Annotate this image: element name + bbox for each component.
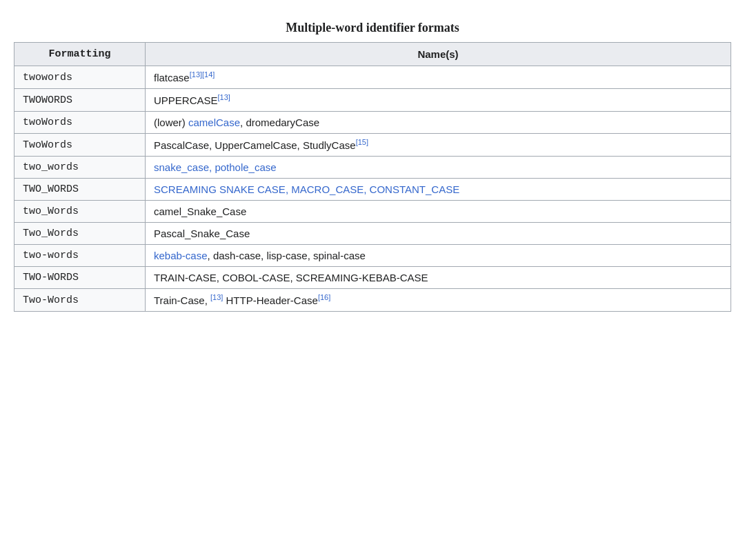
table-row-formatting: TWO_WORDS [14, 179, 146, 201]
citation-link[interactable]: [15] [356, 138, 368, 146]
citation-link[interactable]: [13] [190, 70, 202, 79]
table-row-names: flatcase[13][14] [146, 66, 731, 89]
table-row-names: Pascal_Snake_Case [146, 223, 731, 245]
table-row-names: kebab-case, dash-case, lisp-case, spinal… [146, 245, 731, 267]
citation-link[interactable]: [13] [210, 293, 223, 301]
table-row-formatting: Two-Words [14, 289, 146, 312]
table-row-names: PascalCase, UpperCamelCase, StudlyCase[1… [146, 134, 731, 157]
citation-link[interactable]: [13] [218, 93, 230, 101]
table-row-formatting: twowords [14, 66, 146, 89]
table-row-formatting: TWOWORDS [14, 89, 146, 112]
names-link[interactable]: kebab-case [154, 250, 208, 261]
table-row-names: TRAIN-CASE, COBOL-CASE, SCREAMING-KEBAB-… [146, 267, 731, 289]
table-row-formatting: two-words [14, 245, 146, 267]
names-link[interactable]: SCREAMING SNAKE CASE, MACRO_CASE, CONSTA… [154, 183, 459, 195]
names-link[interactable]: snake_case, pothole_case [154, 161, 277, 173]
table-row-names: SCREAMING SNAKE CASE, MACRO_CASE, CONSTA… [146, 179, 731, 201]
table-row-names: (lower) camelCase, dromedaryCase [146, 112, 731, 134]
col-header-names: Name(s) [146, 43, 731, 66]
table-row-names: UPPERCASE[13] [146, 89, 731, 112]
identifier-formats-table: Formatting Name(s) twowordsflatcase[13][… [14, 42, 731, 312]
table-row-formatting: TWO-WORDS [14, 267, 146, 289]
table-row-formatting: Two_Words [14, 223, 146, 245]
table-row-names: camel_Snake_Case [146, 201, 731, 223]
table-row-formatting: two_Words [14, 201, 146, 223]
table-row-formatting: TwoWords [14, 134, 146, 157]
page-title: Multiple-word identifier formats [14, 21, 731, 35]
citation-link[interactable]: [16] [318, 293, 330, 301]
table-row-names: snake_case, pothole_case [146, 157, 731, 179]
citation-link[interactable]: [14] [202, 70, 215, 79]
names-link[interactable]: camelCase [188, 117, 240, 128]
col-header-formatting: Formatting [14, 43, 146, 66]
table-row-formatting: twoWords [14, 112, 146, 134]
page-wrapper: Multiple-word identifier formats Formatt… [14, 21, 731, 312]
table-row-formatting: two_words [14, 157, 146, 179]
table-row-names: Train-Case, [13] HTTP-Header-Case[16] [146, 289, 731, 312]
